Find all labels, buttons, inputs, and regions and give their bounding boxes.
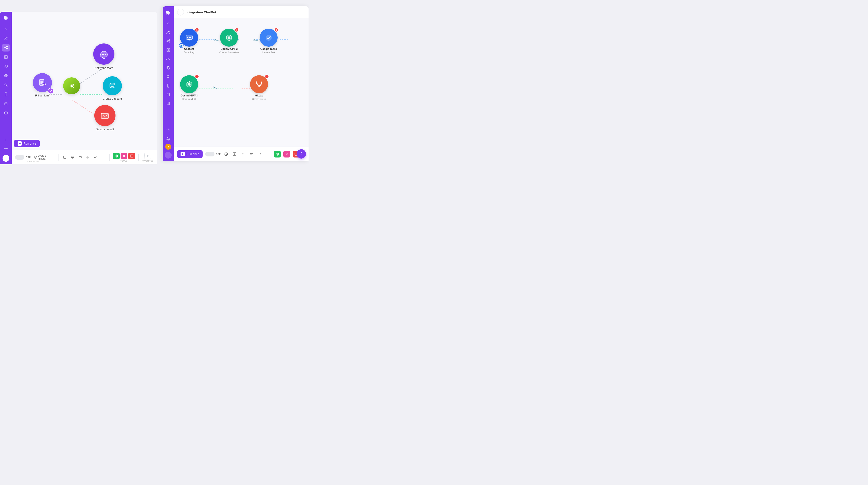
chatbot-name: ChatBot [184,48,194,51]
add-favorites-button[interactable]: + [144,153,151,159]
right-sidebar-question[interactable]: ? [165,144,171,150]
sidebar-item-more[interactable]: ⋮ [2,135,10,143]
right-tool-icon-2[interactable] [240,151,246,157]
svg-point-65 [168,87,168,87]
svg-point-51 [167,41,168,42]
right-tool-icon-1[interactable] [231,151,238,157]
tools-icons: ✕ [113,153,135,159]
svg-rect-43 [64,156,66,158]
tool-btn-pink[interactable]: ✕ [121,153,127,159]
sidebar-item-database[interactable] [2,100,10,108]
svg-point-76 [187,37,188,38]
right-sidebar-phone[interactable] [164,82,172,89]
svg-point-0 [5,37,6,38]
user-avatar[interactable] [3,155,9,162]
right-sidebar-blocks[interactable] [164,46,172,54]
gitlab-sub: Search Issues [252,98,266,100]
google-tasks-sub: Create a Task [262,51,275,54]
sidebar-item-settings[interactable] [2,145,10,152]
gitlab-name: GitLab [255,94,263,97]
chat-help-button[interactable]: ? [297,149,306,158]
scheduling-text: Every 1 minute. [38,154,55,160]
node-create-record[interactable]: Create a record [103,76,122,100]
node-chatbot[interactable]: 1 👤 ChatBot Get a Story [180,29,198,54]
svg-line-63 [169,78,170,78]
right-sidebar-bell[interactable] [164,135,172,143]
right-panel: ⌂ [163,6,309,161]
tool-btn-green[interactable] [113,153,120,159]
fill-form-label: Fill out form [35,94,50,97]
right-logo [164,9,172,17]
svg-point-66 [167,93,169,94]
tool-btn-red[interactable] [128,153,135,159]
right-sidebar-search[interactable] [164,73,172,81]
node-fill-form[interactable]: Fill out form [33,73,52,97]
sidebar-item-blocks[interactable] [2,53,10,61]
sidebar-item-link[interactable] [2,63,10,70]
sidebar-item-search[interactable] [2,81,10,89]
right-tool-icon-4[interactable] [257,151,263,157]
controls-icon-3[interactable] [77,154,83,160]
right-toggle-switch[interactable] [205,152,214,156]
node-gitlab[interactable]: 1 GitLab Search Issues [250,75,268,100]
back-button[interactable]: ← [177,9,184,16]
sidebar-item-phone[interactable] [2,91,10,98]
controls-more[interactable]: ··· [100,154,106,160]
right-user-avatar[interactable] [165,152,172,158]
controls-icon-4[interactable] [85,154,91,160]
svg-line-6 [5,48,6,49]
svg-rect-41 [101,113,108,119]
controls-icon-5[interactable] [92,154,98,160]
right-header: ← Integration ChatBot [174,6,309,18]
svg-point-67 [168,129,169,130]
right-run-once-button[interactable]: Run once [177,150,203,158]
svg-rect-47 [130,155,133,157]
controls-icon-1[interactable] [62,154,68,160]
right-sidebar-book[interactable] [164,100,172,107]
left-sidebar: ⌂ [0,12,12,164]
chat-help-icon: ? [300,152,302,156]
right-tool-pink[interactable]: ✕ [283,151,290,157]
fill-form-badge [48,88,54,94]
svg-rect-8 [6,56,7,57]
right-sidebar-database[interactable] [164,91,172,98]
controls-section: ··· [62,154,106,160]
svg-point-37 [102,54,103,55]
right-sidebar-link[interactable] [164,55,172,63]
toggle-switch[interactable] [15,155,24,160]
sidebar-item-cube[interactable] [2,109,10,117]
svg-point-81 [188,83,190,86]
svg-rect-55 [167,49,168,50]
svg-point-84 [242,153,244,155]
node-router[interactable] [63,78,80,94]
sidebar-item-share[interactable] [2,44,10,52]
google-tasks-name: Google Tasks [260,48,277,51]
svg-rect-45 [79,156,82,158]
node-send-email[interactable]: Send an email [94,105,116,131]
svg-point-50 [169,40,170,41]
divider-1 [58,154,59,161]
right-sidebar-team[interactable] [164,28,172,36]
node-google-tasks[interactable]: 1 Google Tasks Create a Task [259,29,278,54]
right-clock-icon[interactable] [223,151,229,157]
svg-point-18 [5,102,7,103]
left-run-once-button[interactable]: Run once [14,140,40,147]
right-sidebar-home[interactable]: ⌂ [164,20,172,27]
node-notify-team[interactable]: Notify the team [93,43,115,69]
node-openai-2[interactable]: 2 OpenAI GPT-3 Create an Edit [180,75,198,100]
sidebar-item-team[interactable] [2,35,10,42]
right-sidebar-settings[interactable] [164,126,172,133]
right-tool-green[interactable] [274,151,281,157]
sidebar-item-globe[interactable] [2,72,10,80]
node-openai-1[interactable]: 1 OpenAI GPT-3 Create a Completion [219,29,239,54]
svg-point-79 [228,36,230,39]
sidebar-item-home[interactable]: ⌂ [2,25,10,33]
controls-icon-2[interactable] [69,154,75,160]
right-sidebar-globe[interactable] [164,64,172,72]
left-panel: ⌂ [0,12,157,164]
right-tool-icon-3[interactable] [249,151,254,157]
right-more[interactable]: ··· [266,151,272,157]
svg-point-38 [103,54,104,55]
right-sidebar-share[interactable] [164,37,172,45]
right-play-icon [181,152,185,156]
